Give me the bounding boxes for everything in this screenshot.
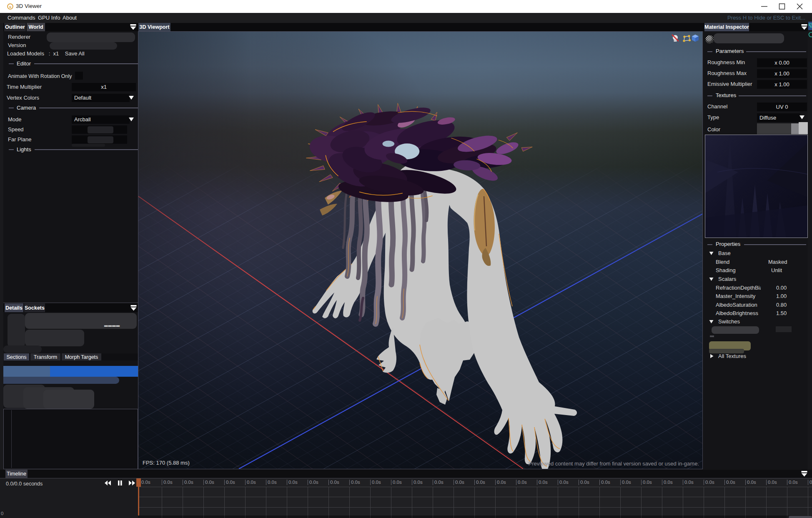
svg-text:Previewed content may differ f: Previewed content may differ from final …	[529, 460, 699, 467]
svg-text:FPS: 170 (5.88 ms): FPS: 170 (5.88 ms)	[143, 460, 190, 466]
svg-text:u: u	[9, 5, 11, 9]
